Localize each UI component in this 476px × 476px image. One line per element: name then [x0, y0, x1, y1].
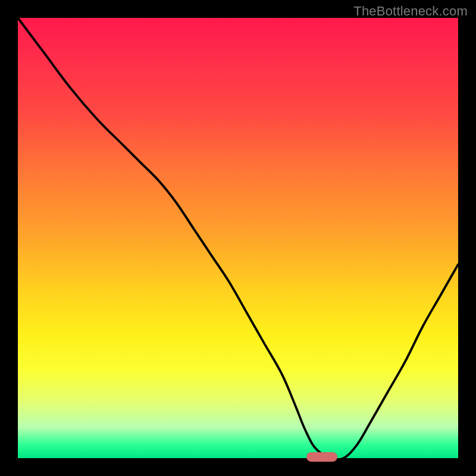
bottleneck-curve	[18, 18, 458, 458]
chart-frame: TheBottleneck.com	[0, 0, 476, 476]
plot-area	[18, 18, 458, 458]
watermark-text: TheBottleneck.com	[353, 4, 468, 19]
curve-path	[18, 18, 458, 459]
optimal-marker	[306, 452, 337, 462]
